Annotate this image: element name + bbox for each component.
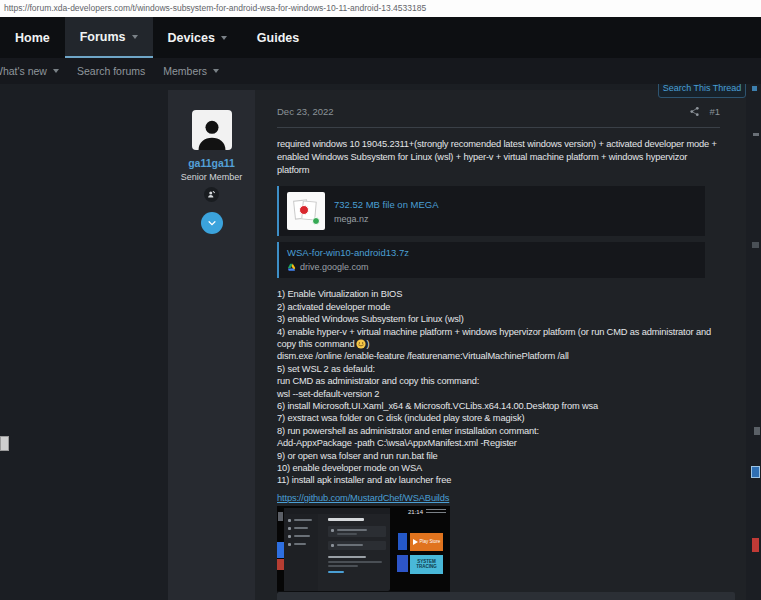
smile-emoji <box>356 339 366 349</box>
chevron-down-icon <box>221 36 227 40</box>
post-header: Dec 23, 2022 #1 <box>277 103 720 119</box>
subnav-members-label: Members <box>163 65 207 77</box>
clipped-right-fragment <box>752 242 759 248</box>
subnav-search-forums[interactable]: Search forums <box>77 65 145 77</box>
post-number[interactable]: #1 <box>709 106 720 117</box>
play-icon <box>413 539 418 545</box>
step-line: 5) set WSL 2 as defauld: <box>277 363 720 375</box>
nav-tab-devices[interactable]: Devices <box>153 17 242 58</box>
subnav-search-forums-label: Search forums <box>77 65 145 77</box>
member-badge-icon <box>204 187 219 202</box>
main-nav: Home Forums Devices Guides <box>0 17 761 58</box>
post-author-panel: ga11ga11 Senior Member <box>168 90 255 600</box>
chevron-down-icon <box>207 218 217 228</box>
post-header-divider <box>277 127 720 128</box>
next-section-top-bar <box>277 592 735 600</box>
clipped-right-fragment <box>751 466 760 478</box>
screenshot-clock: 21:14 <box>408 509 423 515</box>
desktop-tile <box>278 512 283 521</box>
post-image-wsa-screenshot[interactable]: 21:14 Play Store SYSTEM TRACING <box>277 506 450 599</box>
nav-tab-devices-label: Devices <box>168 31 215 45</box>
clipped-right-fragment <box>752 538 759 552</box>
step-line: 6) install Microsoft.UI.Xaml_x64 & Micro… <box>277 400 720 412</box>
chevron-down-icon <box>53 69 59 73</box>
step-line: 1) Enable Virtualization in BIOS <box>277 288 720 300</box>
clipped-right-fragment <box>753 133 759 136</box>
avatar[interactable] <box>192 110 232 150</box>
check-icon <box>312 217 320 225</box>
step-line: 10) enable developer mode on WSA <box>277 462 720 474</box>
link-card-domain: mega.nz <box>334 214 369 224</box>
step-line: 11) install apk installer and atv launch… <box>277 474 720 486</box>
nav-tab-guides[interactable]: Guides <box>242 17 314 58</box>
share-icon[interactable] <box>689 106 700 117</box>
desktop-tile <box>397 555 408 572</box>
subnav-members[interactable]: Members <box>163 65 219 77</box>
step-line: dism.exe /online /enable-feature /featur… <box>277 350 720 362</box>
step-line: 3) enabled Windows Subsystem for Linux (… <box>277 313 720 325</box>
person-silhouette-icon <box>195 116 229 150</box>
post-steps-text: 1) Enable Virtualization in BIOS 2) acti… <box>277 288 720 487</box>
step-line: wsl --set-default-version 2 <box>277 388 720 400</box>
author-username[interactable]: ga11ga11 <box>168 157 255 169</box>
post-intro-text: required windows 10 19045.2311+(strongly… <box>277 138 720 176</box>
browser-url[interactable]: https://forum.xda-developers.com/t/windo… <box>0 0 761 17</box>
desktop-tile <box>398 533 407 550</box>
link-card-title[interactable]: 732.52 MB file on MEGA <box>334 199 439 210</box>
nav-tab-forums[interactable]: Forums <box>65 17 153 58</box>
link-card-domain: drive.google.com <box>300 262 369 272</box>
subnav-whats-new-label: What's new <box>0 65 47 77</box>
step-line: 4) enable hyper-v + virtual machine plat… <box>277 326 720 351</box>
author-member-title: Senior Member <box>168 172 255 182</box>
step-line: Add-AppxPackage -path C:\wsa\AppxManifes… <box>277 437 720 449</box>
google-drive-icon <box>287 263 296 272</box>
subnav-whats-new[interactable]: What's new <box>0 65 59 77</box>
chevron-down-icon <box>132 35 138 39</box>
link-card-mega[interactable]: 732.52 MB file on MEGA mega.nz <box>277 186 705 236</box>
clipped-right-fragment <box>752 86 757 91</box>
screenshot-status-text <box>426 509 446 515</box>
system-tracing-tile: SYSTEM TRACING <box>410 555 443 574</box>
clipped-left-widget <box>0 436 9 451</box>
post-content: Dec 23, 2022 #1 required windows 10 1904… <box>255 90 746 600</box>
chevron-down-icon <box>213 69 219 73</box>
desktop-tile <box>277 559 284 570</box>
step-line: 8) run powershell as administrator and e… <box>277 425 720 437</box>
mega-file-thumbnail <box>287 192 325 230</box>
github-wsabuilds-link[interactable]: https://github.com/MustardChef/WSABuilds <box>277 492 449 504</box>
link-card-gdrive[interactable]: WSA-for-win10-android13.7z drive.google.… <box>277 242 705 278</box>
step-line: run CMD as administrator and copy this c… <box>277 375 720 387</box>
step-line: 7) exstract wsa folder on C disk (includ… <box>277 412 720 424</box>
nav-tab-home[interactable]: Home <box>0 17 65 58</box>
forum-post: ga11ga11 Senior Member Dec 23, 2022 <box>168 90 746 600</box>
play-store-tile: Play Store <box>410 533 443 551</box>
post-date[interactable]: Dec 23, 2022 <box>277 106 334 117</box>
clipped-right-fragment <box>754 427 760 435</box>
nav-tab-forums-label: Forums <box>80 30 126 44</box>
expand-author-details-button[interactable] <box>201 212 223 234</box>
wsa-settings-window <box>284 508 390 591</box>
nav-tab-home-label: Home <box>15 31 50 45</box>
desktop-tile <box>277 542 284 558</box>
sub-nav: What's new Search forums Members <box>0 58 761 84</box>
step-line: 9) or open wsa folser and run run.bat fi… <box>277 450 720 462</box>
step-line: 2) activated developer mode <box>277 301 720 313</box>
nav-tab-guides-label: Guides <box>257 31 299 45</box>
link-card-title[interactable]: WSA-for-win10-android13.7z <box>287 247 697 258</box>
